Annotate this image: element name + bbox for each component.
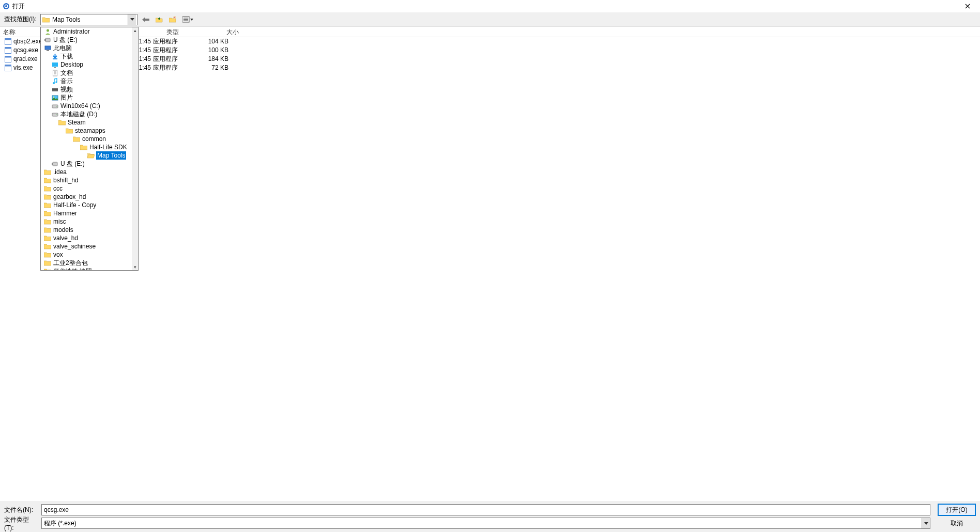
folder-icon (44, 177, 51, 184)
tree-item[interactable]: Half-Life - Copy (41, 201, 138, 209)
tree-item-label: 文档 (60, 69, 73, 77)
tree-item[interactable]: U 盘 (E:) (41, 160, 138, 168)
chevron-down-icon[interactable] (128, 14, 136, 25)
tree-item[interactable]: steamapps (41, 127, 138, 135)
tree-item-label: misc (53, 217, 67, 226)
tree-item[interactable]: 音乐 (41, 77, 138, 85)
file-size: 100 KB (200, 46, 232, 55)
tree-item[interactable]: 图片 (41, 93, 138, 102)
tree-item[interactable]: bshift_hd (41, 176, 138, 184)
file-type: 应用程序 (153, 37, 200, 46)
folder-icon (80, 144, 87, 151)
cancel-button[interactable]: 取消 (938, 518, 976, 529)
tree-item[interactable]: Administrator (41, 27, 138, 36)
folder-icon (73, 135, 80, 143)
new-folder-button[interactable] (167, 14, 178, 25)
file-pane: 名称 类型 大小 qbsp2.exe 21:45 应用程序 104 KB qcs… (0, 27, 980, 501)
filetype-label: 文件类型(T): (4, 515, 37, 531)
up-one-level-button[interactable] (154, 14, 164, 25)
svg-rect-33 (52, 163, 53, 165)
file-name: qcsg.exe (13, 46, 38, 55)
folder-icon (58, 119, 66, 126)
tree-item-label: steamapps (74, 127, 106, 135)
user-icon (44, 28, 51, 35)
tree-item-label: valve_schinese (53, 242, 96, 251)
svg-rect-6 (5, 39, 11, 40)
column-type[interactable]: 类型 (163, 27, 210, 37)
file-name: qbsp2.exe (13, 37, 42, 46)
location-dropdown-panel: AdministratorU 盘 (E:)此电脑下载Desktop文档音乐视频图… (40, 27, 139, 271)
tree-item-label: Steam (67, 118, 86, 127)
folder-icon (44, 201, 51, 209)
file-size: 184 KB (200, 55, 232, 64)
tree-item-label: Administrator (53, 27, 90, 36)
column-size[interactable]: 大小 (210, 27, 242, 37)
svg-rect-18 (52, 62, 58, 67)
tree-item[interactable]: valve_schinese (41, 242, 138, 251)
tree-item[interactable]: .idea (41, 168, 138, 176)
tree-item-label: 此电脑 (53, 44, 72, 52)
exe-icon (4, 38, 11, 45)
filename-input[interactable] (41, 504, 930, 515)
toolbar: 查找范围(I): Map Tools (0, 12, 980, 27)
tree-item-label: 图片 (60, 93, 73, 102)
svg-rect-10 (5, 56, 11, 58)
svg-rect-12 (5, 65, 11, 67)
tree-item[interactable]: Desktop (41, 60, 138, 69)
tree-item[interactable]: valve_hd (41, 234, 138, 242)
folder-icon (42, 15, 50, 24)
doc-icon (51, 69, 58, 76)
folder-icon (44, 210, 51, 217)
svg-point-31 (56, 114, 57, 115)
tree-item-label: Hammer (53, 209, 78, 217)
music-icon (51, 77, 58, 85)
usb-icon (44, 36, 51, 43)
filetype-select[interactable]: 程序 (*.exe) (41, 518, 930, 529)
tree-item[interactable]: Hammer (41, 209, 138, 217)
scroll-up-icon[interactable]: ▴ (132, 27, 138, 34)
back-button[interactable] (141, 14, 151, 25)
tree-item-label: Desktop (60, 60, 84, 69)
close-button[interactable] (957, 0, 978, 12)
tree-item[interactable]: 视频 (41, 85, 138, 93)
look-in-combo[interactable]: Map Tools (40, 14, 137, 25)
drive-icon (51, 111, 58, 118)
tree-item[interactable]: 文档 (41, 69, 138, 77)
filename-label: 文件名(N): (4, 506, 37, 514)
tree-item-label: vox (53, 251, 64, 259)
tree-item[interactable]: Map Tools (41, 151, 138, 160)
chevron-down-icon[interactable] (922, 518, 930, 528)
tree-item[interactable]: 此电脑 (41, 44, 138, 52)
tree-item-label: U 盘 (E:) (60, 160, 85, 168)
scroll-down-icon[interactable]: ▾ (132, 264, 138, 270)
folder-icon (44, 226, 51, 233)
tree-item[interactable]: gearbox_hd (41, 193, 138, 201)
tree-item[interactable]: 迷你地铁 快照 (41, 267, 138, 271)
svg-rect-14 (45, 38, 50, 42)
dropdown-scrollbar[interactable]: ▴ ▾ (132, 27, 138, 270)
tree-item[interactable]: 本地磁盘 (D:) (41, 110, 138, 118)
folder-icon (44, 185, 51, 192)
exe-icon (4, 65, 11, 72)
open-button[interactable]: 打开(O) (938, 504, 976, 516)
tree-item[interactable]: 工业2整合包 (41, 259, 138, 267)
tree-item[interactable]: vox (41, 251, 138, 259)
tree-item[interactable]: Steam (41, 118, 138, 127)
tree-item[interactable]: U 盘 (E:) (41, 36, 138, 44)
tree-item-label: bshift_hd (53, 176, 79, 184)
folder-icon (44, 168, 51, 176)
file-name: vis.exe (13, 64, 33, 72)
tree-item[interactable]: ccc (41, 184, 138, 193)
tree-item[interactable]: models (41, 226, 138, 234)
tree-item[interactable]: common (41, 135, 138, 143)
svg-point-21 (53, 82, 55, 84)
folder-icon (44, 243, 51, 250)
tree-item[interactable]: Win10x64 (C:) (41, 102, 138, 110)
folder-icon (44, 193, 51, 200)
svg-rect-19 (54, 67, 56, 68)
tree-item[interactable]: Half-Life SDK (41, 143, 138, 151)
view-menu-button[interactable] (181, 14, 195, 25)
svg-point-29 (56, 106, 57, 107)
tree-item[interactable]: 下载 (41, 52, 138, 60)
tree-item[interactable]: misc (41, 217, 138, 226)
